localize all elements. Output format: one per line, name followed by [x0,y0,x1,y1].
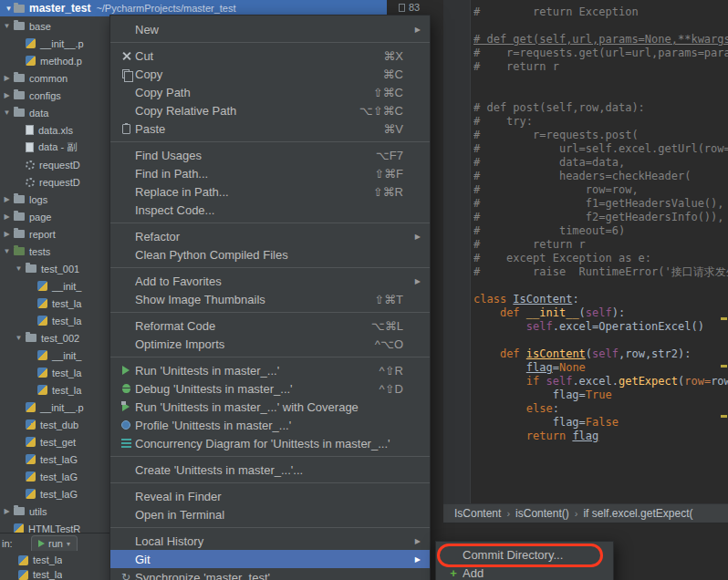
run-file-row[interactable]: test_la [18,567,62,580]
chevron-down-icon[interactable]: ▼ [4,5,14,13]
chevron-right-icon[interactable]: ▶ [2,507,12,515]
tree-item-report[interactable]: ▶report [0,225,119,243]
code-token: # def get(self,url,params=None,**kwargs [473,33,728,46]
tree-item-test-la[interactable]: test_la [0,364,119,381]
chevron-down-icon[interactable]: ▼ [2,247,12,255]
chevron-down-icon[interactable]: ▼ [2,22,12,30]
chevron-down-icon[interactable]: ▼ [2,109,12,117]
menu-item-reformat-code[interactable]: Reformat Code⌥⌘L [110,316,430,335]
menu-item-replace-in-path[interactable]: Replace in Path...⇧⌘R [110,182,430,201]
menu-item-run-unittests-in-master[interactable]: Run 'Unittests in master_...'^⇧R [110,361,430,379]
breadcrumb-item[interactable]: IsContent [454,507,501,520]
chevron-down-icon[interactable]: ▼ [14,264,24,273]
folder-icon [14,109,25,117]
tree-item-tests[interactable]: ▼tests [0,243,119,260]
file-icon [26,142,34,152]
menu-item-debug-unittests-in-master[interactable]: Debug 'Unittests in master_...'^⇧D [110,379,430,398]
menu-item-add-to-favorites[interactable]: Add to Favorites▶ [110,272,430,290]
tree-item-test-la[interactable]: test_la [0,381,119,399]
tree-item-test-002[interactable]: ▼test_002 [0,329,119,347]
menu-item-optimize-imports[interactable]: Optimize Imports^⌥O [110,335,430,353]
code-line: flag=True [473,388,728,402]
tree-item-test-lag[interactable]: test_laG [0,451,119,468]
menu-item-synchronize-master-test[interactable]: ↻Synchronize 'master_test' [110,568,430,580]
error-stripe-mark[interactable] [721,317,727,320]
tree-item-common[interactable]: ▶common [0,69,119,87]
tree-item-data-xls[interactable]: data.xls [0,121,119,139]
menu-item-label: Run 'Unittests in master_...' [135,364,365,378]
menu-item-find-usages[interactable]: Find Usages⌥F7 [110,146,430,164]
code-token: True [586,388,612,401]
menu-item-clean-python-compiled-files[interactable]: Clean Python Compiled Files [110,245,430,264]
menu-item-refactor[interactable]: Refactor▶ [110,227,430,245]
tree-item-utils[interactable]: ▶utils [0,502,119,520]
menu-item-new[interactable]: New▶ [110,20,430,38]
chevron-down-icon[interactable]: ▼ [14,334,24,342]
tree-item-base[interactable]: ▼base [0,17,119,35]
menu-item-find-in-path[interactable]: Find in Path...⇧⌘F [110,164,430,182]
menu-item-inspect-code[interactable]: Inspect Code... [110,201,430,219]
menu-item-local-history[interactable]: Local History▶ [110,532,430,550]
chevron-right-icon[interactable]: ▶ [2,212,12,221]
chevron-right-icon[interactable]: ▶ [2,91,12,99]
breadcrumb-item[interactable]: if self.excel.getExpect( [583,507,692,520]
menu-item-copy-relative-path[interactable]: Copy Relative Path⌥⇧⌘C [110,101,430,119]
menu-item-run-unittests-in-master-with-coverage[interactable]: Run 'Unittests in master_...' with Cover… [110,398,430,416]
tree-item-test-lag[interactable]: test_laG [0,485,119,502]
menu-item-create-unittests-in-master[interactable]: Create 'Unittests in master_...'... [110,461,430,479]
tree-item-test-lag[interactable]: test_laG [0,468,119,485]
tree-item-requestd[interactable]: requestD [0,173,119,191]
tree-item-init[interactable]: __init_ [0,277,119,295]
tree-item-htmltestr[interactable]: HTMLTestR [0,520,119,533]
code-token: .excel=OperationExcel() [553,320,704,333]
menu-item-label: Add [463,566,587,580]
menu-item-icon-slot [117,124,135,134]
code-token: class [473,293,513,306]
menu-item-label: Reformat Code [135,319,357,333]
menu-item-reveal-in-finder[interactable]: Reveal in Finder [110,487,430,505]
tree-item-test-001[interactable]: ▼test_001 [0,260,119,277]
menu-item-copy[interactable]: Copy⌘C [110,65,430,83]
breadcrumb-item[interactable]: isContent() [515,507,569,520]
code-token: IsContent [513,293,572,306]
run-tab[interactable]: run ▾ [31,535,78,551]
menu-item-paste[interactable]: Paste⌘V [110,119,430,138]
tree-item-test-la[interactable]: test_la [0,312,119,329]
menu-item-shortcut: ⇧⌘T [374,293,403,306]
menu-item-copy-path[interactable]: Copy Path⇧⌘C [110,83,430,101]
tree-item-method-p[interactable]: method.p [0,52,119,69]
run-panel-prefix: in: [2,538,13,549]
tree-item-test-la[interactable]: test_la [0,295,119,312]
code-line: self.excel=OperationExcel() [473,320,728,334]
chevron-right-icon[interactable]: ▶ [2,230,12,238]
tree-item-configs[interactable]: ▶configs [0,87,119,104]
tree-item-label: requestD [39,177,80,188]
menu-item-cut[interactable]: Cut⌘X [110,47,430,65]
error-stripe-mark[interactable] [721,415,727,418]
run-file-row[interactable]: test_la [18,553,62,567]
code-token: ,row,str2): [619,347,691,360]
tree-item-init-p[interactable]: __init__.p [0,399,119,416]
menu-item-commit-directory[interactable]: Commit Directory... [436,545,613,564]
tree-item-init[interactable]: __init_ [0,347,119,364]
menu-item-add[interactable]: +Add [436,564,613,580]
code-area[interactable]: # return Exception# def get(self,url,par… [473,5,728,443]
menu-item-open-in-terminal[interactable]: Open in Terminal [110,505,430,523]
menu-item-git[interactable]: Git▶ [110,550,430,568]
tree-item-data[interactable]: ▼data [0,104,119,121]
code-line: flag=None [473,361,728,375]
tree-item-test-get[interactable]: test_get [0,433,119,451]
menu-item-show-image-thumbnails[interactable]: Show Image Thumbnails⇧⌘T [110,290,430,308]
tree-item-test-dub[interactable]: test_dub [0,416,119,433]
chevron-right-icon[interactable]: ▶ [2,195,12,203]
tree-item-init-p[interactable]: __init__.p [0,35,119,52]
menu-item-concurrency-diagram-for-unittests-in-master[interactable]: Concurrency Diagram for 'Unittests in ma… [110,434,430,452]
tree-item-logs[interactable]: ▶logs [0,191,119,208]
tree-item-page[interactable]: ▶page [0,208,119,225]
error-stripe-mark[interactable] [721,365,727,368]
menu-item-profile-unittests-in-master[interactable]: Profile 'Unittests in master_...' [110,416,430,434]
chevron-right-icon[interactable]: ▶ [2,74,12,82]
code-line: # return r [473,238,728,252]
tree-item-data[interactable]: data - 副 [0,139,119,156]
tree-item-requestd[interactable]: requestD [0,156,119,173]
